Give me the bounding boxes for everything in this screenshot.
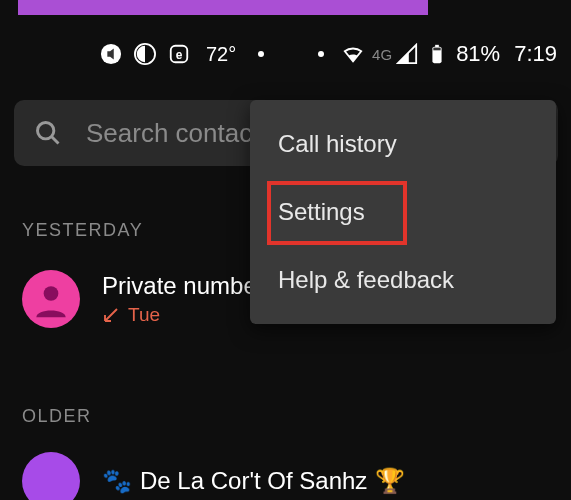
avatar xyxy=(22,270,80,328)
accent-bar xyxy=(18,0,428,15)
search-icon xyxy=(34,119,62,147)
svg-text:e: e xyxy=(176,48,183,62)
call-meta: Tue xyxy=(102,304,265,326)
avatar xyxy=(22,452,80,500)
contact-emoji-prefix: 🐾 xyxy=(102,467,132,495)
battery-icon xyxy=(426,43,448,65)
menu-item-settings[interactable]: Settings xyxy=(250,178,556,246)
signal-icon xyxy=(396,43,418,65)
svg-point-7 xyxy=(38,123,54,139)
dnd-icon xyxy=(134,43,156,65)
caller-name: De La Cor't Of Sanhz xyxy=(140,467,367,495)
menu-item-help-feedback[interactable]: Help & feedback xyxy=(250,246,556,314)
clock: 7:19 xyxy=(514,41,557,67)
app-icon: e xyxy=(168,43,190,65)
status-bar: e 72° 4G 81% 7:19 xyxy=(0,36,571,72)
wifi-icon xyxy=(342,43,364,65)
status-dot xyxy=(318,51,324,57)
temperature: 72° xyxy=(206,43,236,66)
caller-name: Private number xyxy=(102,272,265,300)
overflow-menu: Call history Settings Help & feedback xyxy=(250,100,556,324)
call-row[interactable]: 🐾 De La Cor't Of Sanhz 🏆 xyxy=(22,452,571,500)
sound-icon xyxy=(100,43,122,65)
network-label: 4G xyxy=(372,46,392,63)
battery-percent: 81% xyxy=(456,41,500,67)
svg-point-9 xyxy=(44,286,59,301)
status-dot xyxy=(258,51,264,57)
menu-item-call-history[interactable]: Call history xyxy=(250,110,556,178)
contact-emoji-suffix: 🏆 xyxy=(375,467,405,495)
svg-rect-5 xyxy=(435,45,439,48)
svg-line-8 xyxy=(52,137,59,144)
section-header-older: OLDER xyxy=(22,406,92,427)
section-header-yesterday: YESTERDAY xyxy=(22,220,143,241)
call-day: Tue xyxy=(128,304,160,326)
svg-rect-6 xyxy=(433,48,440,51)
missed-call-icon xyxy=(102,306,120,324)
